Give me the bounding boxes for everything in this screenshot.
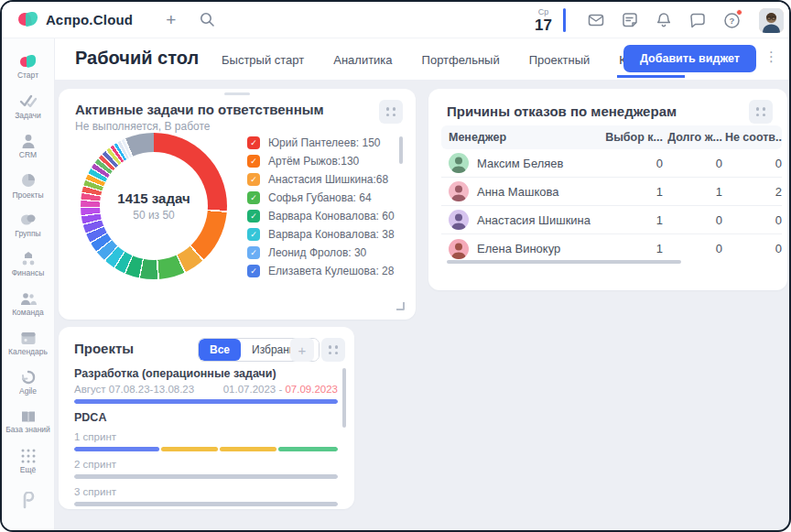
kebab-menu-icon[interactable]: ⋮ xyxy=(764,49,778,65)
logo-text: Аспро.Cloud xyxy=(46,12,133,27)
legend-item[interactable]: Елизавета Кулешова: 28 xyxy=(247,262,394,280)
knowledge-base-icon xyxy=(19,409,38,424)
checkbox-icon[interactable] xyxy=(247,191,260,204)
p-logo-icon xyxy=(19,492,38,510)
sidebar-item-agile[interactable]: Agile xyxy=(3,363,54,402)
table-row[interactable]: Анна Машкова 1 1 2 xyxy=(441,178,782,206)
sidebar-label: Agile xyxy=(19,387,37,396)
widget-move-icon[interactable] xyxy=(749,100,773,124)
tab-analytics[interactable]: Аналитика xyxy=(331,40,394,78)
sprint-progress-bar xyxy=(74,502,338,506)
notifications-bell-icon[interactable] xyxy=(654,10,674,30)
sidebar-label: Старт xyxy=(17,71,38,81)
widget-move-icon[interactable] xyxy=(321,338,345,362)
sidebar-item-crm[interactable]: CRM xyxy=(3,126,54,166)
checkbox-icon[interactable] xyxy=(247,246,260,259)
table-horizontal-scrollbar[interactable] xyxy=(447,260,681,264)
legend-item[interactable]: Софья Губанова: 64 xyxy=(247,189,394,207)
project-item[interactable]: PDCA 1 спринт 2 спринт 3 спринт xyxy=(74,411,338,506)
app-logo[interactable]: Аспро.Cloud xyxy=(18,11,133,29)
groups-icon xyxy=(19,212,38,228)
start-icon xyxy=(20,55,37,70)
topbar-right: Ср 17 ? xyxy=(535,2,791,38)
column-mismatch: Не соотв.. xyxy=(722,131,782,144)
donut-center: 1415 задач 50 из 50 xyxy=(100,152,208,260)
help-icon[interactable]: ? xyxy=(721,10,742,30)
create-button[interactable]: + xyxy=(166,10,176,30)
table-row[interactable]: Анастасия Шишкина 1 0 0 xyxy=(441,206,782,234)
tab-portfolio[interactable]: Портфельный xyxy=(420,40,502,78)
sidebar-item-product-logo[interactable] xyxy=(3,481,54,520)
table-header: Менеджер Выбор к... Долго ж... Не соотв.… xyxy=(441,125,782,149)
avatar xyxy=(449,153,469,173)
project-progress-bar xyxy=(74,399,338,404)
sidebar-item-calendar[interactable]: Календарь xyxy=(3,323,54,363)
sidebar-item-feedback[interactable] xyxy=(3,520,54,532)
project-date-range: 01.07.2023 - 07.09.2023 xyxy=(223,384,338,395)
sidebar-label: Финансы xyxy=(12,269,45,278)
sidebar: Старт Задачи CRM Проекты Группы Финансы … xyxy=(2,38,55,530)
sprint-progress-bar xyxy=(74,447,338,451)
checkbox-icon[interactable] xyxy=(247,136,260,149)
widget-resize-handle[interactable] xyxy=(396,302,405,310)
checkbox-icon[interactable] xyxy=(247,155,260,168)
sidebar-item-tasks[interactable]: Задачи xyxy=(3,87,54,126)
legend-item[interactable]: Анастасия Шишкина:68 xyxy=(247,170,394,189)
search-icon[interactable] xyxy=(200,12,215,27)
project-name: PDCA xyxy=(74,411,338,424)
tab-quick-start[interactable]: Быстрый старт xyxy=(220,40,306,78)
sidebar-item-start[interactable]: Старт xyxy=(3,48,54,87)
overdue-date: 07.09.2023 xyxy=(285,384,338,395)
table-row[interactable]: Максим Беляев 0 0 0 xyxy=(441,149,782,178)
sidebar-item-projects[interactable]: Проекты xyxy=(3,166,54,205)
agile-icon xyxy=(19,369,38,385)
notes-icon[interactable] xyxy=(620,10,640,30)
legend-item[interactable]: Леонид Фролов: 30 xyxy=(247,244,394,262)
sidebar-label: Календарь xyxy=(8,348,48,357)
legend-item[interactable]: Юрий Пантелеев: 150 xyxy=(247,134,394,152)
sidebar-label: Проекты xyxy=(12,191,43,201)
column-choice: Выбор к... xyxy=(603,131,663,144)
add-widget-button[interactable]: Добавить виджет xyxy=(623,45,756,72)
chat-icon[interactable] xyxy=(688,10,708,30)
sidebar-item-knowledge-base[interactable]: База знаний xyxy=(3,402,54,441)
donut-total: 1415 задач xyxy=(117,190,190,206)
project-item[interactable]: Разработка (операционные задачи) Август … xyxy=(74,367,338,404)
calendar-date[interactable]: Ср 17 xyxy=(535,8,552,33)
filter-all-button[interactable]: Все xyxy=(199,339,241,361)
tasks-legend: Юрий Пантелеев: 150 Артём Рыжов:130 Анас… xyxy=(247,134,394,280)
weekday-label: Ср xyxy=(535,8,552,16)
sidebar-item-more[interactable]: Ещё xyxy=(3,441,54,481)
sidebar-label: Ещё xyxy=(20,466,36,475)
legend-item[interactable]: Варвара Коновалова: 60 xyxy=(247,207,394,225)
table-row[interactable]: Елена Винокур 1 0 0 xyxy=(441,234,782,263)
widget-move-icon[interactable] xyxy=(379,100,403,124)
checkbox-icon[interactable] xyxy=(247,210,260,223)
finance-icon xyxy=(19,251,38,267)
widget-drag-handle[interactable] xyxy=(224,92,250,95)
notification-dot xyxy=(736,9,742,16)
checkbox-icon[interactable] xyxy=(247,265,260,277)
tab-project[interactable]: Проектный xyxy=(527,40,592,78)
sidebar-item-finance[interactable]: Финансы xyxy=(3,244,54,284)
add-project-button[interactable]: + xyxy=(290,338,314,362)
sidebar-item-groups[interactable]: Группы xyxy=(3,205,54,244)
app-window: Аспро.Cloud + Ср 17 ? xyxy=(0,0,791,532)
sidebar-label: Команда xyxy=(12,309,44,318)
legend-item[interactable]: Варвара Коновалова: 38 xyxy=(247,225,394,244)
avatar xyxy=(449,239,469,259)
sidebar-item-team[interactable]: Команда xyxy=(3,284,54,323)
tasks-icon xyxy=(19,93,38,110)
avatar xyxy=(449,210,469,230)
tasks-donut-chart[interactable]: 1415 задач 50 из 50 xyxy=(81,133,227,279)
date-divider xyxy=(563,8,566,32)
user-avatar[interactable] xyxy=(759,8,784,33)
checkbox-icon[interactable] xyxy=(247,173,260,186)
legend-item[interactable]: Артём Рыжов:130 xyxy=(247,152,394,170)
projects-scrollbar[interactable] xyxy=(342,368,346,428)
more-grid-icon xyxy=(20,448,37,464)
legend-scrollbar[interactable] xyxy=(399,136,403,164)
mail-icon[interactable] xyxy=(586,10,606,30)
checkbox-icon[interactable] xyxy=(247,228,260,241)
sprint-progress-bar xyxy=(74,474,338,479)
